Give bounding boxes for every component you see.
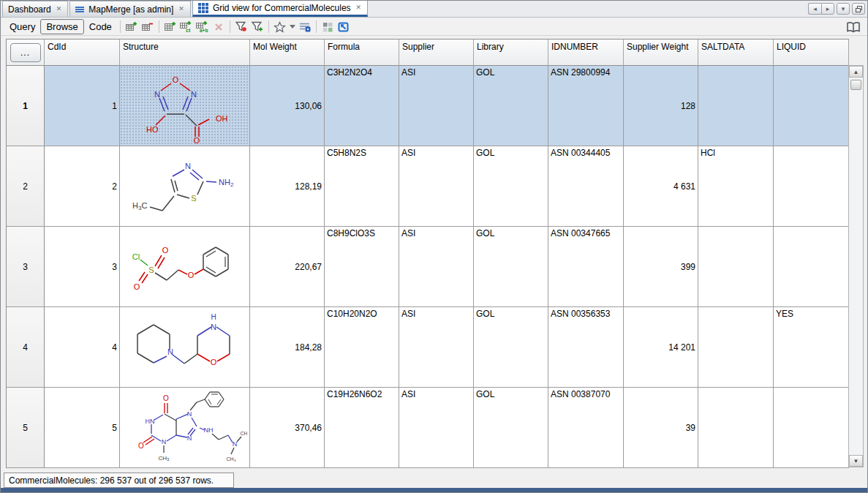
cell-formula[interactable]: C10H20N2O xyxy=(325,307,399,388)
cell-cdid[interactable]: 1 xyxy=(45,66,120,146)
mode-query-button[interactable]: Query xyxy=(4,20,40,34)
cell-formula[interactable]: C3H2N2O4 xyxy=(325,66,399,146)
cell-supplier-weight[interactable]: 128 xyxy=(624,66,698,146)
cell-supplier-weight[interactable]: 39 xyxy=(624,388,698,468)
cell-idnumber[interactable]: ASN 00344405 xyxy=(548,146,624,227)
row-header[interactable]: 4 xyxy=(7,307,45,388)
cell-supplier[interactable]: ASI xyxy=(399,388,474,468)
favorites-star-button[interactable] xyxy=(272,19,288,34)
cell-library[interactable]: GOL xyxy=(474,227,548,307)
filter-button[interactable] xyxy=(233,19,249,34)
tab-mapmerge[interactable]: MapMerge [as admin] ✕ xyxy=(69,1,191,17)
cell-cdid[interactable]: 3 xyxy=(45,227,120,307)
cell-saltdata[interactable] xyxy=(698,307,774,388)
cell-idnumber[interactable]: ASN 00356353 xyxy=(548,307,624,388)
cell-structure[interactable]: N N H O xyxy=(120,307,250,388)
scroll-up-button[interactable]: ▲ xyxy=(849,66,863,78)
cell-library[interactable]: GOL xyxy=(474,388,548,468)
column-header-cdid[interactable]: CdId xyxy=(45,39,120,66)
mode-browse-button[interactable]: Browse xyxy=(40,19,83,34)
cell-saltdata[interactable]: HCl xyxy=(698,146,774,227)
cell-formula[interactable]: C19H26N6O2 xyxy=(325,388,399,468)
cell-liquid[interactable] xyxy=(774,388,849,468)
cell-supplier-weight[interactable]: 14 201 xyxy=(624,307,698,388)
scrollbar-thumb[interactable] xyxy=(850,80,861,90)
cell-supplier[interactable]: ASI xyxy=(399,146,474,227)
add-row-ab-button[interactable]: a+b xyxy=(195,19,211,34)
grid-settings-button[interactable] xyxy=(297,19,313,34)
svg-text:O: O xyxy=(138,442,144,450)
tab-list-dropdown-button[interactable]: ▾ xyxy=(837,3,850,15)
row-header[interactable]: 1 xyxy=(7,66,45,146)
column-header-formula[interactable]: Formula xyxy=(325,39,399,66)
cell-mol-weight[interactable]: 184,28 xyxy=(250,307,325,388)
cell-supplier[interactable]: ASI xyxy=(399,227,474,307)
cell-saltdata[interactable] xyxy=(698,66,774,146)
row-header[interactable]: 3 xyxy=(7,227,45,307)
cell-liquid[interactable] xyxy=(774,66,849,146)
cell-liquid[interactable]: YES xyxy=(774,307,849,388)
cell-mol-weight[interactable]: 220,67 xyxy=(250,227,325,307)
cell-idnumber[interactable]: ASN 29800994 xyxy=(548,66,624,146)
tab-dashboard[interactable]: Dashboard ✕ xyxy=(2,1,68,17)
scroll-tabs-right-button[interactable]: ▸ xyxy=(821,3,834,15)
add-row-button[interactable] xyxy=(124,19,140,34)
close-icon[interactable]: ✕ xyxy=(355,4,363,12)
cell-supplier[interactable]: ASI xyxy=(399,307,474,388)
scroll-tabs-left-button[interactable]: ◂ xyxy=(808,3,821,15)
cell-liquid[interactable] xyxy=(774,146,849,227)
close-icon[interactable]: ✕ xyxy=(178,5,185,13)
mode-code-button[interactable]: Code xyxy=(84,20,117,34)
column-header-supplier[interactable]: Supplier xyxy=(399,39,474,66)
cell-liquid[interactable] xyxy=(774,227,849,307)
open-in-window-button[interactable] xyxy=(336,19,352,34)
cell-idnumber[interactable]: ASN 00347665 xyxy=(548,227,624,307)
cell-idnumber[interactable]: ASN 00387070 xyxy=(548,388,624,468)
cell-supplier-weight[interactable]: 399 xyxy=(624,227,698,307)
vertical-scrollbar[interactable]: ▲ ▼ xyxy=(848,65,864,467)
close-icon[interactable]: ✕ xyxy=(56,5,63,13)
cell-formula[interactable]: C8H9ClO3S xyxy=(325,227,399,307)
column-header-library[interactable]: Library xyxy=(474,39,548,66)
column-header-mol-weight[interactable]: Mol Weight xyxy=(250,39,325,66)
add-filter-button[interactable] xyxy=(249,19,265,34)
cell-formula[interactable]: C5H8N2S xyxy=(325,146,399,227)
row-header[interactable]: 2 xyxy=(7,146,45,227)
cell-cdid[interactable]: 2 xyxy=(45,146,120,227)
maximize-view-button[interactable] xyxy=(852,3,865,15)
column-header-saltdata[interactable]: SALTDATA xyxy=(698,39,774,66)
insert-row-button[interactable] xyxy=(162,19,178,34)
column-header-structure[interactable]: Structure xyxy=(120,39,250,66)
cell-structure[interactable]: N S NH2 H3C xyxy=(120,146,250,227)
row-header[interactable]: 5 xyxy=(7,388,45,468)
cell-saltdata[interactable] xyxy=(698,388,774,468)
column-header-idnumber[interactable]: IDNUMBER xyxy=(548,39,624,66)
cell-library[interactable]: GOL xyxy=(474,307,548,388)
bookmarks-button[interactable] xyxy=(845,20,861,35)
remove-row-button[interactable] xyxy=(140,19,156,34)
star-dropdown-button[interactable] xyxy=(288,19,297,34)
column-header-liquid[interactable]: LIQUID xyxy=(774,39,849,66)
column-header-supplier-weight[interactable]: Supplier Weight xyxy=(624,39,698,66)
delete-disabled-button[interactable] xyxy=(211,19,227,34)
cell-supplier[interactable]: ASI xyxy=(399,66,474,146)
cell-structure[interactable]: O N N OH HO O xyxy=(120,66,250,146)
cell-mol-weight[interactable]: 130,06 xyxy=(250,66,325,146)
restore-window-icon xyxy=(855,5,863,13)
tab-grid-view[interactable]: Grid view for CommercialMolecules ✕ xyxy=(192,0,368,17)
cell-mol-weight[interactable]: 128,19 xyxy=(250,146,325,227)
cell-mol-weight[interactable]: 370,46 xyxy=(250,388,325,468)
cell-structure[interactable]: Cl S O O O xyxy=(120,227,250,307)
layout-button[interactable] xyxy=(320,19,336,34)
cell-saltdata[interactable] xyxy=(698,227,774,307)
add-row-ct-button[interactable]: ct xyxy=(178,19,195,34)
cell-library[interactable]: GOL xyxy=(474,66,548,146)
cell-library[interactable]: GOL xyxy=(474,146,548,227)
cell-cdid[interactable]: 5 xyxy=(45,388,120,468)
cell-supplier-weight[interactable]: 4 631 xyxy=(624,146,698,227)
scroll-down-button[interactable]: ▼ xyxy=(849,455,863,467)
table-add-ct-icon: ct xyxy=(179,20,193,33)
cell-structure[interactable]: HN O O N CH3 N N NH N CH₃ CH₃ xyxy=(120,388,250,468)
table-options-button[interactable]: ... xyxy=(10,43,41,62)
cell-cdid[interactable]: 4 xyxy=(45,307,120,388)
